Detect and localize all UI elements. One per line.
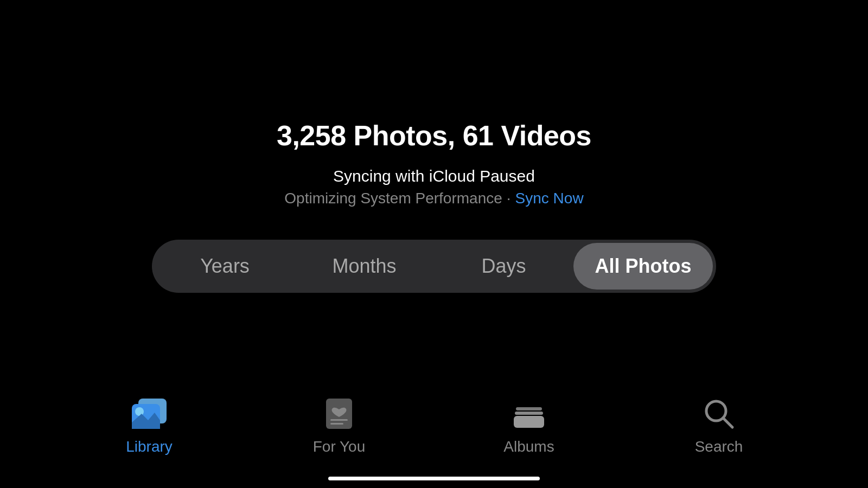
sync-now-button[interactable]: Sync Now (515, 190, 584, 207)
library-icon (130, 395, 168, 433)
svg-rect-6 (516, 407, 542, 410)
svg-rect-8 (514, 416, 544, 428)
days-tab[interactable]: Days (434, 243, 573, 290)
view-mode-segmented-control: Years Months Days All Photos (152, 240, 716, 293)
svg-line-10 (723, 418, 732, 427)
sync-detail-text: Optimizing System Performance (284, 190, 502, 207)
search-icon (700, 395, 738, 433)
all-photos-tab[interactable]: All Photos (573, 243, 713, 290)
tab-library[interactable]: Library (106, 395, 193, 455)
dot-separator: · (507, 190, 511, 207)
home-indicator (328, 477, 540, 480)
svg-rect-5 (330, 423, 343, 425)
sync-detail: Optimizing System Performance · Sync Now (284, 190, 583, 207)
main-content: 3,258 Photos, 61 Videos Syncing with iCl… (0, 119, 868, 369)
svg-rect-4 (330, 419, 348, 421)
library-tab-label: Library (126, 438, 173, 455)
years-tab[interactable]: Years (155, 243, 295, 290)
albums-tab-label: Albums (503, 438, 554, 455)
for-you-icon (320, 395, 358, 433)
photo-stats: 3,258 Photos, 61 Videos (277, 119, 591, 152)
sync-status: Syncing with iCloud Paused (333, 167, 535, 185)
tab-bar: Library For You Albums (0, 395, 868, 455)
albums-icon (510, 395, 548, 433)
tab-search[interactable]: Search (675, 395, 762, 455)
for-you-tab-label: For You (313, 438, 366, 455)
svg-point-2 (135, 407, 144, 416)
months-tab[interactable]: Months (295, 243, 434, 290)
svg-rect-7 (515, 412, 543, 415)
tab-for-you[interactable]: For You (296, 395, 382, 455)
tab-albums[interactable]: Albums (486, 395, 572, 455)
search-tab-label: Search (695, 438, 743, 455)
